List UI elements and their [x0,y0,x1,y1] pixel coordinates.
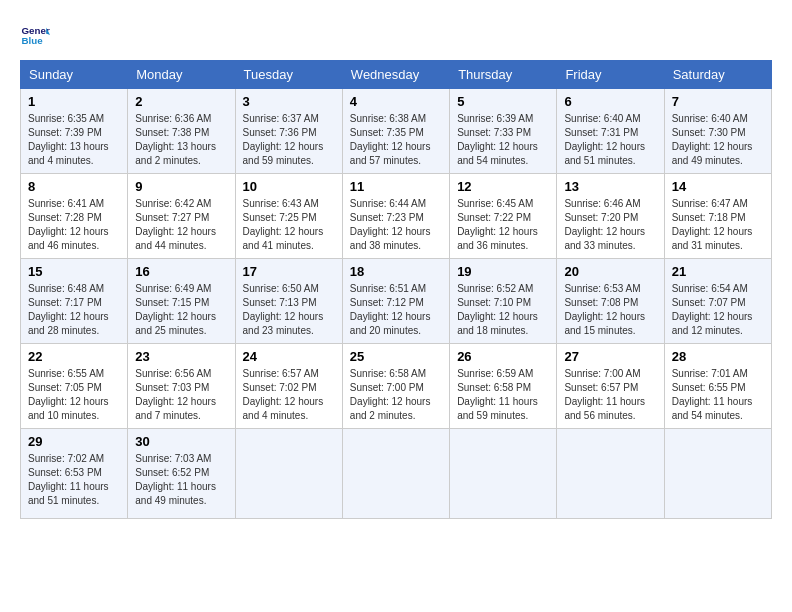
calendar-cell: 1Sunrise: 6:35 AMSunset: 7:39 PMDaylight… [21,89,128,174]
day-info: Sunrise: 6:59 AMSunset: 6:58 PMDaylight:… [457,367,549,423]
day-info: Sunrise: 6:40 AMSunset: 7:31 PMDaylight:… [564,112,656,168]
day-number: 10 [243,179,335,194]
day-info: Sunrise: 6:54 AMSunset: 7:07 PMDaylight:… [672,282,764,338]
weekday-header-thursday: Thursday [450,61,557,89]
calendar-cell [557,429,664,519]
calendar-cell: 22Sunrise: 6:55 AMSunset: 7:05 PMDayligh… [21,344,128,429]
day-info: Sunrise: 6:50 AMSunset: 7:13 PMDaylight:… [243,282,335,338]
day-info: Sunrise: 6:53 AMSunset: 7:08 PMDaylight:… [564,282,656,338]
day-number: 30 [135,434,227,449]
day-info: Sunrise: 6:45 AMSunset: 7:22 PMDaylight:… [457,197,549,253]
day-info: Sunrise: 7:02 AMSunset: 6:53 PMDaylight:… [28,452,120,508]
day-number: 17 [243,264,335,279]
day-info: Sunrise: 6:40 AMSunset: 7:30 PMDaylight:… [672,112,764,168]
day-info: Sunrise: 6:57 AMSunset: 7:02 PMDaylight:… [243,367,335,423]
svg-text:General: General [22,25,51,36]
day-number: 13 [564,179,656,194]
calendar-cell: 24Sunrise: 6:57 AMSunset: 7:02 PMDayligh… [235,344,342,429]
day-number: 27 [564,349,656,364]
day-info: Sunrise: 6:43 AMSunset: 7:25 PMDaylight:… [243,197,335,253]
day-info: Sunrise: 6:36 AMSunset: 7:38 PMDaylight:… [135,112,227,168]
calendar-cell: 4Sunrise: 6:38 AMSunset: 7:35 PMDaylight… [342,89,449,174]
calendar-header: SundayMondayTuesdayWednesdayThursdayFrid… [21,61,772,89]
calendar-cell: 15Sunrise: 6:48 AMSunset: 7:17 PMDayligh… [21,259,128,344]
day-info: Sunrise: 6:48 AMSunset: 7:17 PMDaylight:… [28,282,120,338]
day-number: 15 [28,264,120,279]
day-info: Sunrise: 6:41 AMSunset: 7:28 PMDaylight:… [28,197,120,253]
calendar-cell: 13Sunrise: 6:46 AMSunset: 7:20 PMDayligh… [557,174,664,259]
day-info: Sunrise: 7:03 AMSunset: 6:52 PMDaylight:… [135,452,227,508]
day-number: 4 [350,94,442,109]
day-number: 6 [564,94,656,109]
day-number: 2 [135,94,227,109]
day-number: 16 [135,264,227,279]
calendar-cell [342,429,449,519]
day-number: 14 [672,179,764,194]
calendar-cell: 8Sunrise: 6:41 AMSunset: 7:28 PMDaylight… [21,174,128,259]
day-number: 11 [350,179,442,194]
calendar-cell: 29Sunrise: 7:02 AMSunset: 6:53 PMDayligh… [21,429,128,519]
calendar-cell: 5Sunrise: 6:39 AMSunset: 7:33 PMDaylight… [450,89,557,174]
logo: General Blue [20,20,54,50]
weekday-header-tuesday: Tuesday [235,61,342,89]
day-info: Sunrise: 6:55 AMSunset: 7:05 PMDaylight:… [28,367,120,423]
calendar-cell: 10Sunrise: 6:43 AMSunset: 7:25 PMDayligh… [235,174,342,259]
day-info: Sunrise: 6:37 AMSunset: 7:36 PMDaylight:… [243,112,335,168]
calendar-cell: 27Sunrise: 7:00 AMSunset: 6:57 PMDayligh… [557,344,664,429]
day-number: 18 [350,264,442,279]
calendar-cell: 7Sunrise: 6:40 AMSunset: 7:30 PMDaylight… [664,89,771,174]
weekday-header-saturday: Saturday [664,61,771,89]
day-info: Sunrise: 7:01 AMSunset: 6:55 PMDaylight:… [672,367,764,423]
day-number: 20 [564,264,656,279]
day-number: 12 [457,179,549,194]
day-number: 1 [28,94,120,109]
calendar-cell: 28Sunrise: 7:01 AMSunset: 6:55 PMDayligh… [664,344,771,429]
calendar-table: SundayMondayTuesdayWednesdayThursdayFrid… [20,60,772,519]
day-info: Sunrise: 6:42 AMSunset: 7:27 PMDaylight:… [135,197,227,253]
day-info: Sunrise: 6:46 AMSunset: 7:20 PMDaylight:… [564,197,656,253]
day-info: Sunrise: 6:35 AMSunset: 7:39 PMDaylight:… [28,112,120,168]
day-number: 19 [457,264,549,279]
day-number: 21 [672,264,764,279]
day-info: Sunrise: 6:38 AMSunset: 7:35 PMDaylight:… [350,112,442,168]
page-header: General Blue [20,20,772,50]
calendar-cell: 25Sunrise: 6:58 AMSunset: 7:00 PMDayligh… [342,344,449,429]
day-number: 9 [135,179,227,194]
day-number: 24 [243,349,335,364]
calendar-cell: 16Sunrise: 6:49 AMSunset: 7:15 PMDayligh… [128,259,235,344]
weekday-header-friday: Friday [557,61,664,89]
calendar-cell: 23Sunrise: 6:56 AMSunset: 7:03 PMDayligh… [128,344,235,429]
day-number: 28 [672,349,764,364]
calendar-cell: 18Sunrise: 6:51 AMSunset: 7:12 PMDayligh… [342,259,449,344]
weekday-header-sunday: Sunday [21,61,128,89]
day-info: Sunrise: 6:39 AMSunset: 7:33 PMDaylight:… [457,112,549,168]
calendar-cell: 11Sunrise: 6:44 AMSunset: 7:23 PMDayligh… [342,174,449,259]
calendar-cell: 17Sunrise: 6:50 AMSunset: 7:13 PMDayligh… [235,259,342,344]
calendar-cell [235,429,342,519]
day-number: 7 [672,94,764,109]
calendar-cell: 14Sunrise: 6:47 AMSunset: 7:18 PMDayligh… [664,174,771,259]
day-info: Sunrise: 6:52 AMSunset: 7:10 PMDaylight:… [457,282,549,338]
calendar-cell: 6Sunrise: 6:40 AMSunset: 7:31 PMDaylight… [557,89,664,174]
calendar-cell: 20Sunrise: 6:53 AMSunset: 7:08 PMDayligh… [557,259,664,344]
day-number: 22 [28,349,120,364]
day-info: Sunrise: 6:47 AMSunset: 7:18 PMDaylight:… [672,197,764,253]
calendar-cell: 3Sunrise: 6:37 AMSunset: 7:36 PMDaylight… [235,89,342,174]
calendar-cell [450,429,557,519]
day-number: 8 [28,179,120,194]
weekday-header-wednesday: Wednesday [342,61,449,89]
day-info: Sunrise: 6:56 AMSunset: 7:03 PMDaylight:… [135,367,227,423]
calendar-cell: 30Sunrise: 7:03 AMSunset: 6:52 PMDayligh… [128,429,235,519]
logo-icon: General Blue [20,20,50,50]
calendar-cell: 12Sunrise: 6:45 AMSunset: 7:22 PMDayligh… [450,174,557,259]
calendar-cell: 19Sunrise: 6:52 AMSunset: 7:10 PMDayligh… [450,259,557,344]
day-number: 23 [135,349,227,364]
day-info: Sunrise: 6:58 AMSunset: 7:00 PMDaylight:… [350,367,442,423]
calendar-cell: 2Sunrise: 6:36 AMSunset: 7:38 PMDaylight… [128,89,235,174]
calendar-cell: 9Sunrise: 6:42 AMSunset: 7:27 PMDaylight… [128,174,235,259]
calendar-cell: 26Sunrise: 6:59 AMSunset: 6:58 PMDayligh… [450,344,557,429]
calendar-cell [664,429,771,519]
day-info: Sunrise: 7:00 AMSunset: 6:57 PMDaylight:… [564,367,656,423]
day-number: 26 [457,349,549,364]
day-info: Sunrise: 6:49 AMSunset: 7:15 PMDaylight:… [135,282,227,338]
